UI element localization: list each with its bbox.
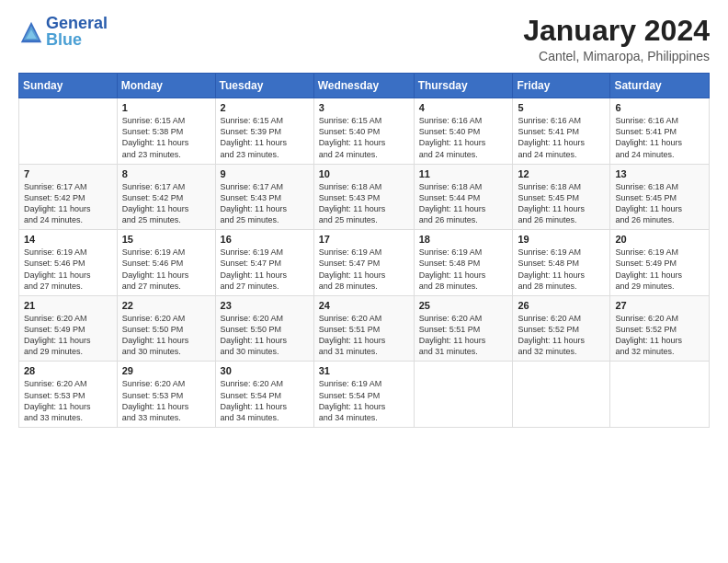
cell-content: Sunrise: 6:16 AM Sunset: 5:41 PM Dayligh…	[518, 115, 605, 160]
day-number: 8	[122, 168, 210, 179]
day-number: 10	[319, 168, 409, 179]
day-number: 24	[319, 300, 409, 311]
day-cell-9: 9Sunrise: 6:17 AM Sunset: 5:43 PM Daylig…	[215, 164, 313, 230]
cell-content: Sunrise: 6:19 AM Sunset: 5:49 PM Dayligh…	[615, 247, 704, 292]
week-row-0: 1Sunrise: 6:15 AM Sunset: 5:38 PM Daylig…	[19, 98, 710, 165]
day-cell-32	[414, 362, 513, 428]
day-cell-21: 21Sunrise: 6:20 AM Sunset: 5:49 PM Dayli…	[19, 295, 118, 362]
header: General Blue January 2024 Cantel, Mimaro…	[18, 15, 710, 63]
title-area: January 2024 Cantel, Mimaropa, Philippin…	[523, 15, 710, 63]
day-number: 12	[518, 168, 605, 179]
day-number: 16	[221, 234, 309, 245]
day-cell-11: 11Sunrise: 6:18 AM Sunset: 5:44 PM Dayli…	[414, 164, 513, 230]
day-cell-6: 6Sunrise: 6:16 AM Sunset: 5:41 PM Daylig…	[610, 98, 710, 165]
calendar-table: SundayMondayTuesdayWednesdayThursdayFrid…	[18, 73, 710, 428]
day-cell-16: 16Sunrise: 6:19 AM Sunset: 5:47 PM Dayli…	[215, 230, 313, 296]
day-number: 18	[419, 234, 508, 245]
week-row-3: 21Sunrise: 6:20 AM Sunset: 5:49 PM Dayli…	[19, 295, 710, 362]
day-cell-13: 13Sunrise: 6:18 AM Sunset: 5:45 PM Dayli…	[610, 164, 710, 230]
day-cell-17: 17Sunrise: 6:19 AM Sunset: 5:47 PM Dayli…	[313, 230, 414, 296]
day-cell-25: 25Sunrise: 6:20 AM Sunset: 5:51 PM Dayli…	[414, 295, 513, 362]
location: Cantel, Mimaropa, Philippines	[523, 49, 710, 63]
day-number: 26	[518, 300, 605, 311]
day-cell-30: 30Sunrise: 6:20 AM Sunset: 5:54 PM Dayli…	[215, 362, 313, 428]
day-cell-27: 27Sunrise: 6:20 AM Sunset: 5:52 PM Dayli…	[610, 295, 710, 362]
day-number: 31	[319, 365, 409, 376]
day-cell-31: 31Sunrise: 6:19 AM Sunset: 5:54 PM Dayli…	[313, 362, 414, 428]
cell-content: Sunrise: 6:19 AM Sunset: 5:48 PM Dayligh…	[419, 247, 508, 292]
cell-content: Sunrise: 6:19 AM Sunset: 5:54 PM Dayligh…	[319, 378, 409, 423]
day-cell-18: 18Sunrise: 6:19 AM Sunset: 5:48 PM Dayli…	[414, 230, 513, 296]
week-row-2: 14Sunrise: 6:19 AM Sunset: 5:46 PM Dayli…	[19, 230, 710, 296]
cell-content: Sunrise: 6:18 AM Sunset: 5:43 PM Dayligh…	[319, 181, 409, 226]
logo-icon	[18, 19, 44, 45]
day-number: 20	[615, 234, 704, 245]
header-tuesday: Tuesday	[215, 74, 313, 98]
header-friday: Friday	[513, 74, 610, 98]
day-cell-20: 20Sunrise: 6:19 AM Sunset: 5:49 PM Dayli…	[610, 230, 710, 296]
cell-content: Sunrise: 6:15 AM Sunset: 5:39 PM Dayligh…	[221, 115, 309, 160]
cell-content: Sunrise: 6:20 AM Sunset: 5:50 PM Dayligh…	[122, 313, 210, 358]
day-number: 6	[615, 102, 704, 113]
logo: General Blue	[18, 15, 108, 50]
day-cell-1: 1Sunrise: 6:15 AM Sunset: 5:38 PM Daylig…	[117, 98, 215, 165]
cell-content: Sunrise: 6:20 AM Sunset: 5:50 PM Dayligh…	[221, 313, 309, 358]
cell-content: Sunrise: 6:20 AM Sunset: 5:49 PM Dayligh…	[24, 313, 112, 358]
day-cell-28: 28Sunrise: 6:20 AM Sunset: 5:53 PM Dayli…	[19, 362, 118, 428]
cell-content: Sunrise: 6:15 AM Sunset: 5:38 PM Dayligh…	[122, 115, 210, 160]
day-cell-5: 5Sunrise: 6:16 AM Sunset: 5:41 PM Daylig…	[513, 98, 610, 165]
cell-content: Sunrise: 6:17 AM Sunset: 5:43 PM Dayligh…	[221, 181, 309, 226]
day-number: 3	[319, 102, 409, 113]
calendar-header-row: SundayMondayTuesdayWednesdayThursdayFrid…	[19, 74, 710, 98]
day-number: 11	[419, 168, 508, 179]
day-number: 14	[24, 234, 112, 245]
header-saturday: Saturday	[610, 74, 710, 98]
day-number: 23	[221, 300, 309, 311]
day-cell-33	[513, 362, 610, 428]
cell-content: Sunrise: 6:20 AM Sunset: 5:52 PM Dayligh…	[518, 313, 605, 358]
day-cell-19: 19Sunrise: 6:19 AM Sunset: 5:48 PM Dayli…	[513, 230, 610, 296]
header-wednesday: Wednesday	[313, 74, 414, 98]
day-number: 29	[122, 365, 210, 376]
cell-content: Sunrise: 6:18 AM Sunset: 5:45 PM Dayligh…	[615, 181, 704, 226]
cell-content: Sunrise: 6:17 AM Sunset: 5:42 PM Dayligh…	[24, 181, 112, 226]
day-number: 13	[615, 168, 704, 179]
day-number: 9	[221, 168, 309, 179]
day-number: 7	[24, 168, 112, 179]
day-cell-14: 14Sunrise: 6:19 AM Sunset: 5:46 PM Dayli…	[19, 230, 118, 296]
day-number: 2	[221, 102, 309, 113]
page: General Blue January 2024 Cantel, Mimaro…	[0, 0, 728, 563]
cell-content: Sunrise: 6:20 AM Sunset: 5:53 PM Dayligh…	[24, 378, 112, 423]
cell-content: Sunrise: 6:16 AM Sunset: 5:40 PM Dayligh…	[419, 115, 508, 160]
day-cell-26: 26Sunrise: 6:20 AM Sunset: 5:52 PM Dayli…	[513, 295, 610, 362]
day-number: 15	[122, 234, 210, 245]
day-cell-12: 12Sunrise: 6:18 AM Sunset: 5:45 PM Dayli…	[513, 164, 610, 230]
cell-content: Sunrise: 6:20 AM Sunset: 5:54 PM Dayligh…	[221, 378, 309, 423]
header-monday: Monday	[117, 74, 215, 98]
day-number: 19	[518, 234, 605, 245]
cell-content: Sunrise: 6:19 AM Sunset: 5:47 PM Dayligh…	[319, 247, 409, 292]
day-number: 17	[319, 234, 409, 245]
cell-content: Sunrise: 6:18 AM Sunset: 5:44 PM Dayligh…	[419, 181, 508, 226]
logo-text: General Blue	[46, 15, 108, 50]
cell-content: Sunrise: 6:18 AM Sunset: 5:45 PM Dayligh…	[518, 181, 605, 226]
cell-content: Sunrise: 6:20 AM Sunset: 5:53 PM Dayligh…	[122, 378, 210, 423]
day-cell-3: 3Sunrise: 6:15 AM Sunset: 5:40 PM Daylig…	[313, 98, 414, 165]
week-row-1: 7Sunrise: 6:17 AM Sunset: 5:42 PM Daylig…	[19, 164, 710, 230]
day-cell-8: 8Sunrise: 6:17 AM Sunset: 5:42 PM Daylig…	[117, 164, 215, 230]
header-thursday: Thursday	[414, 74, 513, 98]
day-cell-24: 24Sunrise: 6:20 AM Sunset: 5:51 PM Dayli…	[313, 295, 414, 362]
day-number: 25	[419, 300, 508, 311]
day-number: 22	[122, 300, 210, 311]
day-number: 27	[615, 300, 704, 311]
week-row-4: 28Sunrise: 6:20 AM Sunset: 5:53 PM Dayli…	[19, 362, 710, 428]
cell-content: Sunrise: 6:16 AM Sunset: 5:41 PM Dayligh…	[615, 115, 704, 160]
cell-content: Sunrise: 6:20 AM Sunset: 5:51 PM Dayligh…	[419, 313, 508, 358]
day-number: 28	[24, 365, 112, 376]
day-number: 4	[419, 102, 508, 113]
day-cell-23: 23Sunrise: 6:20 AM Sunset: 5:50 PM Dayli…	[215, 295, 313, 362]
cell-content: Sunrise: 6:19 AM Sunset: 5:46 PM Dayligh…	[24, 247, 112, 292]
day-cell-2: 2Sunrise: 6:15 AM Sunset: 5:39 PM Daylig…	[215, 98, 313, 165]
day-cell-7: 7Sunrise: 6:17 AM Sunset: 5:42 PM Daylig…	[19, 164, 118, 230]
day-cell-15: 15Sunrise: 6:19 AM Sunset: 5:46 PM Dayli…	[117, 230, 215, 296]
